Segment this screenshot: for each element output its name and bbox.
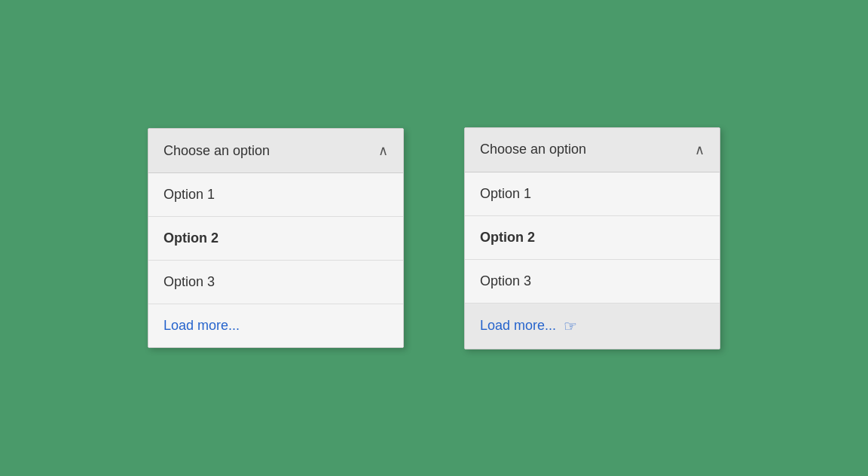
option-2-label-right: Option 2 xyxy=(480,230,535,245)
pointer-cursor-icon: ☞ xyxy=(564,317,577,335)
chevron-up-icon: ∧ xyxy=(378,142,388,159)
dropdown-right-header-text: Choose an option xyxy=(480,142,586,157)
dropdown-left-header[interactable]: Choose an option ∧ xyxy=(148,129,403,173)
dropdown-left-option-2[interactable]: Option 2 xyxy=(148,217,403,261)
dropdown-left-option-1[interactable]: Option 1 xyxy=(148,173,403,217)
option-1-label: Option 1 xyxy=(164,187,215,202)
chevron-up-icon-right: ∧ xyxy=(695,142,704,158)
option-1-label-right: Option 1 xyxy=(480,186,531,201)
dropdown-left-header-text: Choose an option xyxy=(164,143,270,159)
dropdown-right-header[interactable]: Choose an option ∧ xyxy=(465,128,720,172)
dropdown-right-option-3[interactable]: Option 3 xyxy=(465,260,720,304)
option-2-label: Option 2 xyxy=(164,230,219,246)
option-3-label-right: Option 3 xyxy=(480,273,531,288)
dropdown-right-option-2[interactable]: Option 2 xyxy=(465,216,720,260)
dropdown-right-load-more[interactable]: Load more... ☞ xyxy=(465,304,720,349)
dropdown-right: Choose an option ∧ Option 1 Option 2 Opt… xyxy=(464,127,720,349)
dropdown-right-option-1[interactable]: Option 1 xyxy=(465,172,720,216)
load-more-inner: Load more... ☞ xyxy=(480,317,704,335)
option-3-label: Option 3 xyxy=(164,274,215,289)
dropdown-left: Choose an option ∧ Option 1 Option 2 Opt… xyxy=(148,128,404,348)
dropdown-left-load-more[interactable]: Load more... xyxy=(148,304,403,347)
load-more-label-right: Load more... xyxy=(480,318,556,334)
dropdown-left-option-3[interactable]: Option 3 xyxy=(148,261,403,304)
load-more-label: Load more... xyxy=(164,318,240,333)
